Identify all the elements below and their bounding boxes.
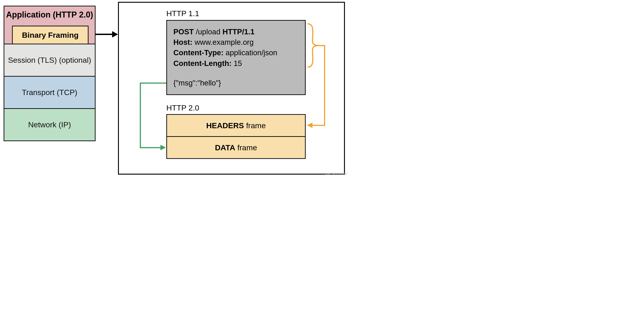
http11-method: POST xyxy=(173,28,194,36)
data-frame-text: DATA frame xyxy=(215,143,257,152)
arrow-body-head xyxy=(160,145,166,150)
headers-frame-text: HEADERS frame xyxy=(206,121,266,130)
http11-label: HTTP 1.1 xyxy=(166,9,199,18)
http11-content-length-line: Content-Length: 15 xyxy=(173,58,299,69)
http11-ct-key: Content-Type: xyxy=(173,48,224,57)
layer-transport: Transport (TCP) xyxy=(4,76,96,109)
http11-request-box: POST /upload HTTP/1.1 Host: www.example.… xyxy=(166,20,306,95)
http11-host-key: Host: xyxy=(173,38,192,46)
watermark: @稀土掘金技术社区 xyxy=(325,172,348,176)
http20-headers-frame: HEADERS frame xyxy=(166,114,306,137)
http11-request-line: POST /upload HTTP/1.1 xyxy=(173,27,299,37)
http11-host-val: www.example.org xyxy=(192,38,254,46)
http11-content-type-line: Content-Type: application/json xyxy=(173,48,299,58)
layer-application-title: Application (HTTP 2.0) xyxy=(4,10,95,20)
arrow-headers-v xyxy=(324,45,325,125)
layer-binary-framing: Binary Framing xyxy=(12,26,88,44)
arrow-body-bottom-h xyxy=(140,147,161,148)
arrow-stack-to-detail-line xyxy=(96,34,112,35)
headers-frame-rest: frame xyxy=(244,121,266,130)
layer-network-label: Network (IP) xyxy=(28,120,71,129)
http11-body: {"msg":"hello"} xyxy=(173,78,299,88)
data-frame-rest: frame xyxy=(235,143,257,152)
layer-session: Session (TLS) (optional) xyxy=(4,44,96,77)
http20-data-frame: DATA frame xyxy=(166,136,306,159)
http11-cl-key: Content-Length: xyxy=(173,59,232,68)
headers-frame-bold: HEADERS xyxy=(206,121,244,130)
layer-application: Application (HTTP 2.0) Binary Framing xyxy=(4,6,96,44)
layer-network: Network (IP) xyxy=(4,108,96,141)
layer-session-label: Session (TLS) (optional) xyxy=(8,56,91,65)
arrow-stack-to-detail-head xyxy=(112,31,118,38)
http11-host-line: Host: www.example.org xyxy=(173,37,299,48)
http11-version: HTTP/1.1 xyxy=(222,28,254,36)
http11-cl-val: 15 xyxy=(232,59,242,68)
http20-label: HTTP 2.0 xyxy=(166,103,199,112)
arrow-headers-head xyxy=(307,122,312,128)
diagram-canvas: Application (HTTP 2.0) Binary Framing Se… xyxy=(0,0,350,177)
arrow-headers-bottom-h xyxy=(312,125,325,126)
arrow-body-v xyxy=(140,83,141,148)
brace-icon xyxy=(307,23,320,68)
data-frame-bold: DATA xyxy=(215,143,235,152)
http11-ct-val: application/json xyxy=(224,48,277,57)
arrow-body-top-h xyxy=(140,83,166,84)
http11-path: /upload xyxy=(194,28,222,36)
layer-transport-label: Transport (TCP) xyxy=(22,88,77,97)
